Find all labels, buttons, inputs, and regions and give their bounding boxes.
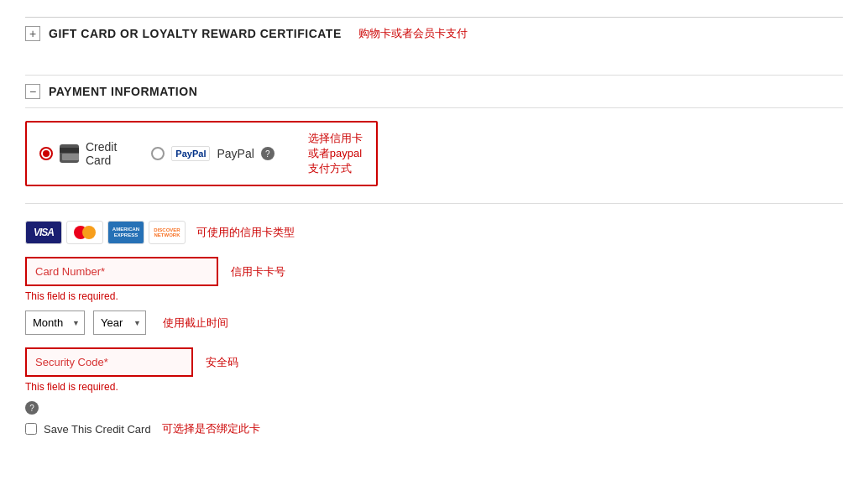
payment-divider — [25, 203, 843, 204]
year-select-wrapper: Year 2024 2025 2026 2027 2028 2029 2030 — [93, 311, 146, 335]
credit-card-option[interactable]: Credit Card — [39, 140, 126, 167]
card-number-error: This field is required. — [25, 290, 843, 302]
gift-card-title: GIFT CARD OR LOYALTY REWARD CERTIFICATE — [49, 27, 342, 40]
paypal-label: PayPal — [217, 147, 254, 160]
card-types-row: VISA AMERICANEXPRESS DISCOVERNETWORK 可使用… — [25, 221, 843, 244]
save-card-section: ? Save This Credit Card 可选择是否绑定此卡 — [25, 401, 843, 436]
card-number-label-cn: 信用卡卡号 — [231, 264, 285, 279]
credit-card-radio[interactable] — [39, 147, 53, 160]
security-code-error: This field is required. — [25, 381, 843, 393]
year-select[interactable]: Year 2024 2025 2026 2027 2028 2029 2030 — [93, 311, 146, 335]
payment-options-box: Credit Card PayPal PayPal ? 选择信用卡或者paypa… — [25, 121, 378, 186]
card-number-group: 信用卡卡号 This field is required. — [25, 257, 843, 302]
expiry-label-cn: 使用截止时间 — [163, 316, 228, 331]
amex-icon: AMERICANEXPRESS — [107, 221, 144, 244]
save-card-row: Save This Credit Card 可选择是否绑定此卡 — [25, 421, 843, 436]
save-card-help-row: ? — [25, 401, 843, 415]
payment-header: − PAYMENT INFORMATION — [25, 75, 843, 108]
card-number-input[interactable] — [25, 257, 218, 286]
security-code-row: 安全码 — [25, 347, 843, 377]
payment-options-subtitle-cn: 选择信用卡或者paypal支付方式 — [308, 131, 363, 176]
save-card-checkbox[interactable] — [25, 423, 37, 435]
month-select[interactable]: Month 01 02 03 04 05 06 07 08 09 10 11 1… — [25, 311, 85, 335]
payment-title: PAYMENT INFORMATION — [49, 85, 197, 98]
save-card-label-cn: 可选择是否绑定此卡 — [162, 421, 260, 436]
payment-section: − PAYMENT INFORMATION Credit Card PayPal… — [25, 75, 843, 436]
credit-card-icon — [60, 144, 79, 163]
gift-card-subtitle-cn: 购物卡或者会员卡支付 — [358, 26, 468, 41]
gift-card-section: + GIFT CARD OR LOYALTY REWARD CERTIFICAT… — [25, 17, 843, 50]
save-card-label: Save This Credit Card — [44, 423, 151, 436]
expiry-group: Month 01 02 03 04 05 06 07 08 09 10 11 1… — [25, 311, 843, 335]
gift-card-toggle[interactable]: + — [25, 26, 40, 41]
security-code-label-cn: 安全码 — [206, 355, 238, 370]
payment-toggle[interactable]: − — [25, 84, 40, 99]
paypal-help-icon[interactable]: ? — [261, 147, 275, 160]
gift-card-header: + GIFT CARD OR LOYALTY REWARD CERTIFICAT… — [25, 17, 843, 50]
card-number-row: 信用卡卡号 — [25, 257, 843, 286]
security-code-input[interactable] — [25, 347, 193, 377]
visa-icon: VISA — [25, 221, 62, 244]
paypal-option[interactable]: PayPal PayPal ? — [151, 146, 274, 161]
mastercard-icon — [66, 221, 103, 244]
card-types-label-cn: 可使用的信用卡类型 — [196, 225, 295, 240]
month-select-wrapper: Month 01 02 03 04 05 06 07 08 09 10 11 1… — [25, 311, 85, 335]
credit-card-label: Credit Card — [86, 140, 126, 167]
paypal-icon: PayPal — [171, 146, 210, 161]
paypal-radio[interactable] — [151, 147, 165, 160]
security-code-group: 安全码 This field is required. — [25, 347, 843, 393]
save-card-help-icon[interactable]: ? — [25, 401, 39, 415]
discover-icon: DISCOVERNETWORK — [149, 221, 186, 244]
